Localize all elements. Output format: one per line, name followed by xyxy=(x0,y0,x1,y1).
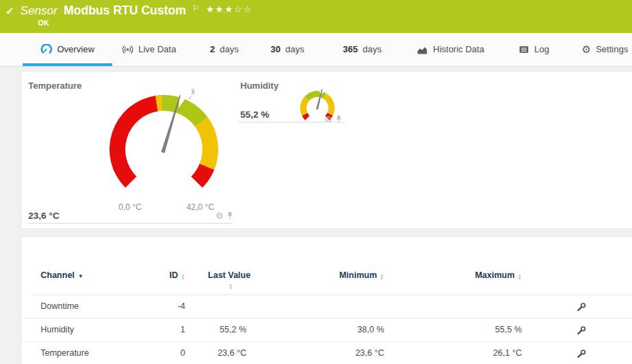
tab-label: days xyxy=(220,44,238,54)
tab-label: Overview xyxy=(57,44,94,54)
channel-settings-icon[interactable] xyxy=(572,319,591,341)
tab-label: days xyxy=(363,44,381,54)
tab-label: Historic Data xyxy=(433,44,484,54)
channel-maximum: 26,1 °C xyxy=(421,342,522,364)
ok-check-icon: ✓ xyxy=(6,5,14,17)
tab-label: Log xyxy=(534,44,549,54)
sensor-title: Modbus RTU Custom xyxy=(63,3,186,18)
prtg-sensor-page: ✓ Sensor Modbus RTU Custom ⚐ ★★★☆☆ OK Ov… xyxy=(0,0,632,364)
tab-live-data[interactable]: Live Data xyxy=(122,33,176,65)
gauge-min-label: 0,0 °C xyxy=(109,202,151,212)
pin-icon[interactable] xyxy=(335,115,342,124)
column-header-label: Maximum xyxy=(475,270,515,280)
tab-2-days[interactable]: 2 days xyxy=(210,33,239,65)
tab-historic-data[interactable]: Historic Data xyxy=(417,33,484,65)
channel-name: Humidity xyxy=(41,319,74,341)
channel-table-rows: Downtime -4 Humidity 1 55,2 % 38,0 % 55,… xyxy=(21,295,632,364)
tab-30-days[interactable]: 30 days xyxy=(271,33,304,65)
flag-icon[interactable]: ⚐ xyxy=(192,3,200,13)
channel-settings-icon[interactable] xyxy=(572,342,591,364)
table-row[interactable]: Temperature 0 23,6 °C 23,6 °C 26,1 °C xyxy=(21,342,632,364)
broadcast-icon xyxy=(122,44,134,55)
gauge-icon xyxy=(41,44,52,54)
temperature-value: 23,6 °C xyxy=(28,211,59,221)
column-header-id[interactable]: ID▲▼ xyxy=(118,270,185,280)
tab-overview[interactable]: Overview xyxy=(23,33,112,65)
sort-icon: ▲▼ xyxy=(229,283,233,290)
tab-number: 365 xyxy=(343,44,358,54)
column-header-label: Last Value xyxy=(208,270,251,280)
sensor-title-row: ✓ Sensor Modbus RTU Custom ⚐ ★★★☆☆ xyxy=(6,3,253,18)
column-header-label: Minimum xyxy=(339,270,377,280)
sort-icon: ▲▼ xyxy=(518,273,522,280)
tile-divider xyxy=(238,122,346,122)
area-chart-icon xyxy=(417,45,428,54)
channels-panel: Channel▼ ID▲▼ Last Value▲▼ Minimum▲▼ Max… xyxy=(21,236,632,364)
tab-log[interactable]: Log xyxy=(518,33,549,65)
table-row[interactable]: Humidity 1 55,2 % 38,0 % 55,5 % xyxy=(21,319,632,342)
sensor-tabbar: Overview Live Data 2 days 30 days 365 da… xyxy=(0,33,632,67)
column-header-channel[interactable]: Channel▼ xyxy=(41,270,83,280)
column-header-label: Channel xyxy=(41,270,74,280)
channel-id: -4 xyxy=(118,295,185,318)
tab-number: 30 xyxy=(271,44,280,54)
tab-label: days xyxy=(285,44,304,54)
object-type-label: Sensor xyxy=(21,4,58,18)
column-header-label: ID xyxy=(169,270,178,280)
sensor-status-header: ✓ Sensor Modbus RTU Custom ⚐ ★★★☆☆ OK xyxy=(0,0,632,33)
tab-settings[interactable]: ⚙ Settings xyxy=(582,33,628,65)
gauge-max-label: 42,0 °C xyxy=(180,202,221,212)
column-header-last-value[interactable]: Last Value▲▼ xyxy=(205,270,253,290)
temperature-gauge: x̄ xyxy=(83,85,235,220)
channel-maximum: 55,5 % xyxy=(421,319,522,341)
column-header-maximum[interactable]: Maximum▲▼ xyxy=(421,270,522,280)
gauges-panel: Temperature x̄ 0,0 °C 42,0 °C 23,6 °C ⚙ … xyxy=(21,71,632,229)
humidity-tile-actions: ⚙ xyxy=(324,115,342,124)
table-row[interactable]: Downtime -4 xyxy=(21,295,632,319)
mean-marker-label: x̄ xyxy=(191,87,195,96)
humidity-value: 55,2 % xyxy=(240,109,269,120)
channel-settings-icon[interactable] xyxy=(572,295,591,318)
channel-minimum: 38,0 % xyxy=(283,319,384,341)
channel-name: Temperature xyxy=(41,342,89,364)
sort-caret-icon: ▼ xyxy=(78,273,83,279)
sort-icon: ▲▼ xyxy=(181,273,185,280)
priority-stars[interactable]: ★★★☆☆ xyxy=(206,4,253,14)
tile-gear-icon[interactable]: ⚙ xyxy=(324,115,333,124)
log-list-icon xyxy=(518,45,529,54)
tab-label: Live Data xyxy=(138,44,176,54)
gear-icon: ⚙ xyxy=(582,44,591,54)
sort-icon: ▲▼ xyxy=(380,273,384,280)
tile-divider xyxy=(26,223,233,224)
sensor-status-badge: OK xyxy=(38,19,50,27)
tab-365-days[interactable]: 365 days xyxy=(343,33,381,65)
pin-icon[interactable] xyxy=(227,211,233,220)
tab-label: Settings xyxy=(596,44,628,54)
channel-last-value: 23,6 °C xyxy=(166,342,246,364)
channel-last-value: 55,2 % xyxy=(166,319,246,341)
column-header-minimum[interactable]: Minimum▲▼ xyxy=(283,270,384,280)
temperature-tile-title: Temperature xyxy=(28,81,82,91)
tile-gear-icon[interactable]: ⚙ xyxy=(215,211,224,220)
humidity-tile-title: Humidity xyxy=(240,81,279,91)
humidity-gauge xyxy=(293,85,348,133)
tab-number: 2 xyxy=(210,44,215,54)
channel-minimum: 23,6 °C xyxy=(283,342,384,364)
channel-name: Downtime xyxy=(41,295,79,318)
temperature-tile-actions: ⚙ xyxy=(215,211,233,220)
